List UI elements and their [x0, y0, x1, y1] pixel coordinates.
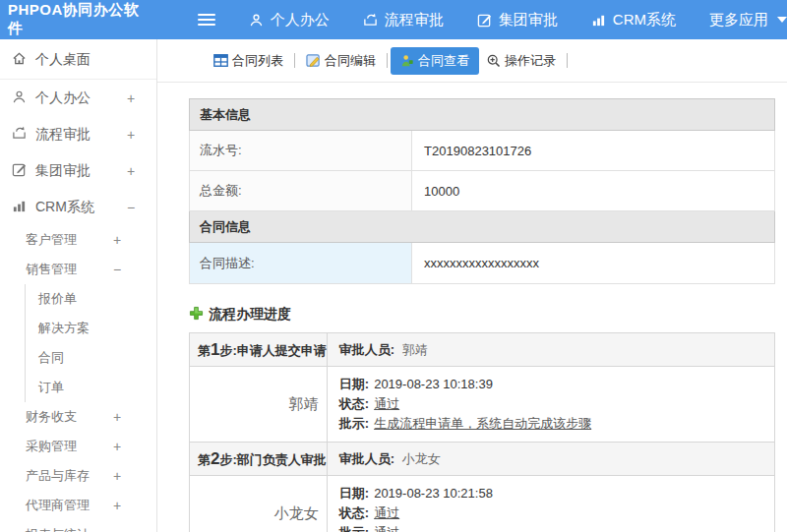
tab-divider: [387, 53, 388, 68]
tab-contract-edit[interactable]: 合同编辑: [298, 48, 384, 74]
nav-more-apps[interactable]: 更多应用: [709, 11, 787, 30]
tab-contract-view[interactable]: 合同查看: [391, 47, 479, 75]
process-approval-icon: [12, 126, 27, 144]
nav-label: 流程审批: [385, 11, 444, 30]
nav-group-approval[interactable]: 集团审批: [477, 11, 558, 30]
sidebar-item-label: 个人办公: [35, 89, 118, 107]
sidebar-item-sales-management[interactable]: 销售管理 −: [0, 255, 156, 284]
sidebar: 个人桌面 个人办公 + 流程审批 + 集团审批 +: [0, 39, 157, 532]
table-row: 合同描述: xxxxxxxxxxxxxxxxxx: [190, 243, 775, 284]
nav-label: 集团审批: [499, 11, 558, 30]
progress-title-text: 流程办理进度: [209, 306, 291, 324]
sidebar-item-order[interactable]: 订单: [25, 373, 156, 402]
add-icon: [189, 306, 204, 324]
remark-value: 生成流程申请单，系统自动完成该步骤: [374, 416, 591, 431]
sidebar-item-label: 合同: [38, 349, 156, 367]
sidebar-item-process-approval[interactable]: 流程审批 +: [0, 116, 156, 152]
hamburger-menu-icon[interactable]: [198, 14, 215, 26]
approval-status-line: 状态:通过: [339, 394, 774, 414]
table-row: 总金额: 10000: [190, 171, 775, 211]
tab-label: 合同查看: [418, 52, 469, 70]
collapse-icon[interactable]: −: [127, 200, 156, 215]
expand-icon[interactable]: +: [113, 498, 156, 513]
expand-icon[interactable]: +: [127, 127, 156, 143]
expand-icon[interactable]: +: [113, 468, 156, 484]
progress-section-title: 流程办理进度: [189, 306, 775, 324]
home-icon: [12, 51, 27, 69]
field-label-contract-description: 合同描述:: [190, 243, 412, 284]
basic-info-table: 基本信息 流水号: T20190823101726 总金额: 10000 合同信…: [189, 98, 775, 284]
field-value-total-amount: 10000: [412, 171, 775, 211]
sidebar-item-purchase-management[interactable]: 采购管理 +: [0, 432, 156, 461]
sidebar-item-crm-system[interactable]: CRM系统 −: [0, 189, 156, 225]
sidebar-item-personal-desktop[interactable]: 个人桌面: [0, 41, 156, 80]
step-name: 第1步:申请人提交申请: [190, 333, 328, 367]
approval-status-line: 状态:通过: [339, 503, 774, 523]
bar-chart-icon: [591, 13, 606, 28]
field-value-serial-number: T20190823101726: [412, 131, 775, 171]
remark-value: 通过: [374, 525, 399, 532]
app-title: PHPOA协同办公软件: [0, 1, 151, 38]
nav-personal-office[interactable]: 个人办公: [249, 11, 330, 30]
remark-label: 批示:: [339, 525, 369, 532]
nav-process-approval[interactable]: 流程审批: [363, 11, 444, 30]
sidebar-item-agent-management[interactable]: 代理商管理 +: [0, 491, 156, 520]
tab-label: 合同列表: [232, 52, 283, 70]
expand-icon[interactable]: +: [127, 163, 156, 179]
status-label: 状态:: [339, 505, 369, 520]
tab-operation-log[interactable]: 操作记录: [479, 48, 564, 74]
tab-contract-list[interactable]: 合同列表: [206, 48, 291, 74]
main-content: 合同列表 合同编辑 合同查看 操作记录: [157, 39, 787, 532]
date-label: 日期:: [339, 486, 369, 501]
bar-chart-icon: [12, 199, 27, 216]
sidebar-item-product-inventory[interactable]: 产品与库存 +: [0, 461, 156, 491]
expand-icon[interactable]: +: [127, 90, 156, 106]
sidebar-item-quotation[interactable]: 报价单: [25, 284, 156, 314]
sidebar-item-label: 个人桌面: [35, 51, 156, 69]
expand-icon[interactable]: +: [113, 439, 156, 454]
sidebar-item-label: 订单: [38, 379, 156, 396]
sidebar-item-contract[interactable]: 合同: [25, 343, 156, 373]
nav-label: 个人办公: [271, 11, 330, 30]
edit-icon: [477, 13, 492, 28]
field-label-total-amount: 总金额:: [190, 171, 412, 211]
section-title: 基本信息: [190, 99, 775, 131]
sidebar-item-personal-office[interactable]: 个人办公 +: [0, 80, 156, 116]
remark-label: 批示:: [339, 416, 369, 431]
table-row: 流水号: T20190823101726: [190, 131, 775, 171]
approver-signature: 郭靖: [190, 367, 328, 443]
sidebar-item-label: 解决方案: [38, 320, 156, 337]
approval-details: 日期:2019-08-23 10:21:58 状态:通过 批示:通过: [327, 476, 774, 532]
sidebar-item-solution[interactable]: 解决方案: [25, 314, 156, 343]
sidebar-item-customer-management[interactable]: 客户管理 +: [0, 225, 156, 255]
approver-cell: 审批人员: 郭靖: [327, 333, 774, 367]
collapse-icon[interactable]: −: [113, 262, 156, 277]
nav-label: 更多应用: [709, 11, 768, 30]
tab-divider: [294, 53, 295, 68]
section-header-contract-info: 合同信息: [190, 211, 775, 243]
approver-name: 小龙女: [402, 451, 441, 466]
expand-icon[interactable]: +: [113, 232, 156, 248]
contract-view-panel: 基本信息 流水号: T20190823101726 总金额: 10000 合同信…: [157, 83, 787, 532]
top-navigation: 个人办公 流程审批 集团审批 CRM系统 更多应用: [249, 11, 787, 30]
sidebar-item-group-approval[interactable]: 集团审批 +: [0, 152, 156, 189]
expand-icon[interactable]: +: [113, 409, 156, 425]
sidebar-item-label: 报价单: [38, 290, 156, 308]
step-header-row: 第2步:部门负责人审批 审批人员: 小龙女: [190, 443, 775, 476]
status-value: 通过: [374, 505, 399, 520]
approver-name: 郭靖: [402, 342, 428, 357]
status-label: 状态:: [339, 396, 369, 411]
sidebar-item-finance[interactable]: 财务收支 +: [0, 402, 156, 432]
sidebar-item-label: 采购管理: [26, 438, 113, 455]
tab-label: 操作记录: [505, 52, 556, 70]
sidebar-item-label: 客户管理: [26, 231, 113, 249]
approval-date-line: 日期:2019-08-23 10:18:39: [339, 375, 774, 394]
sidebar-item-label: CRM系统: [35, 199, 118, 216]
step-detail-row: 小龙女 日期:2019-08-23 10:21:58 状态:通过 批示:通过: [190, 476, 775, 532]
nav-crm-system[interactable]: CRM系统: [591, 11, 676, 30]
person-icon: [12, 89, 27, 107]
sidebar-item-label: 产品与库存: [26, 467, 113, 485]
status-value: 通过: [374, 396, 399, 411]
sidebar-item-reports-statistics[interactable]: 报表与统计: [0, 520, 156, 532]
person-figure-icon: [400, 54, 414, 68]
